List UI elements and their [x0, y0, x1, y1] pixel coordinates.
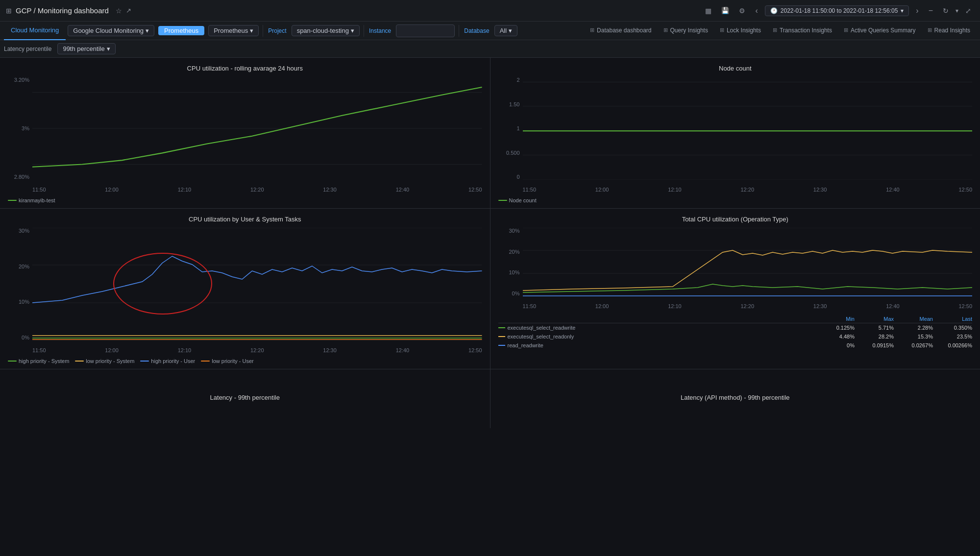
nav-query-insights[interactable]: ⊞ Query Insights [658, 22, 714, 40]
node-legend: Node count [498, 197, 973, 203]
instance-input[interactable] [396, 24, 455, 37]
chevron-down-icon: ▾ [146, 27, 149, 34]
project-label: Project [265, 27, 289, 34]
refresh-button[interactable]: ↻ [940, 5, 952, 17]
node-count-chart: 2 1.50 1 0.500 0 11:50 12:00 [498, 77, 973, 194]
nav-tab-google-cloud-monitoring[interactable]: Google Cloud Monitoring ▾ [68, 25, 154, 36]
latency-api-panel: Latency (API method) - 99th percentile [490, 369, 980, 428]
chevron-down-icon: ▾ [901, 7, 904, 14]
instance-label: Instance [366, 27, 394, 34]
readonly-legend-color [498, 336, 505, 337]
cpu-utilization-title: CPU utilization - rolling avarage 24 hou… [8, 65, 482, 72]
latency-percentile-label: Latency percentile [4, 46, 51, 52]
expand-button[interactable]: ⤢ [962, 5, 974, 17]
cpu-x-axis: 11:50 12:00 12:10 12:20 12:30 12:40 12:5… [32, 185, 482, 194]
nav-active-queries-summary[interactable]: ⊞ Active Queries Summary [838, 22, 922, 40]
cpu-us-legend-lp-sys: low priority - System [75, 358, 134, 364]
cpu-svg-area [32, 77, 482, 180]
chevron-down-icon: ▾ [509, 27, 512, 34]
refresh-dropdown-icon[interactable]: ▾ [956, 7, 958, 14]
arrow-left-button[interactable]: ‹ [752, 4, 760, 17]
read-insights-icon: ⊞ [928, 27, 932, 33]
total-cpu-chart: 30% 20% 10% 0% [498, 228, 973, 311]
save-button[interactable]: 💾 [718, 5, 732, 16]
nav-tab-cloud-monitoring[interactable]: Cloud Monitoring [4, 22, 66, 40]
legend-header: Min Max Mean Last [498, 315, 973, 323]
active-queries-icon: ⊞ [844, 27, 848, 33]
nav-read-insights[interactable]: ⊞ Read Insights [922, 22, 976, 40]
chevron-down-icon: ▾ [351, 27, 354, 34]
hp-sys-color [8, 361, 17, 362]
cpu-us-x-axis: 11:50 12:00 12:10 12:20 12:30 12:40 12:5… [32, 345, 482, 355]
cpu-us-legend: high priority - System low priority - Sy… [8, 358, 482, 364]
node-y-axis: 2 1.50 1 0.500 0 [498, 77, 523, 180]
zoom-out-button[interactable]: − [926, 4, 936, 17]
chevron-down-icon: ▾ [107, 45, 110, 52]
legend-row-read-readwrite: read_readwrite 0% 0.0915% 0.0267% 0.0026… [498, 341, 973, 350]
cpu-utilization-chart: 3.20% 3% 2.80% 11:50 12:00 12:10 12:20 [8, 77, 482, 194]
nav-database-dashboard[interactable]: ⊞ Database dashboard [584, 22, 657, 40]
lp-sys-color [75, 361, 84, 362]
nav-tab-prometheus2[interactable]: Prometheus ▾ [208, 25, 259, 36]
total-cpu-title: Total CPU utilization (Operation Type) [498, 216, 973, 223]
readwrite-legend-color [498, 327, 505, 328]
db-dashboard-icon: ⊞ [590, 27, 594, 33]
star-icon[interactable]: ☆ [116, 7, 122, 15]
legend-row-readwrite: executesql_select_readwrite 0.125% 5.71%… [498, 323, 973, 332]
latency-percentile-dropdown[interactable]: 99th percentile ▾ [57, 43, 115, 54]
node-legend-item: Node count [498, 197, 537, 203]
node-legend-color [498, 200, 507, 201]
cpu-user-system-title: CPU utilization by User & System Tasks [8, 216, 482, 223]
cpu-us-legend-lp-user: low priority - User [201, 358, 254, 364]
settings-button[interactable]: ⚙ [736, 5, 748, 17]
transaction-insights-icon: ⊞ [773, 27, 777, 33]
share-icon[interactable]: ↗ [126, 7, 131, 14]
nav-lock-insights[interactable]: ⊞ Lock Insights [714, 22, 767, 40]
lp-user-color [201, 361, 210, 362]
page-title: GCP / Monitoring dashboard [16, 6, 109, 15]
latency-panels: Latency - 99th percentile Latency (API m… [0, 369, 980, 428]
total-cpu-svg-area [523, 228, 973, 296]
cpu-legend-color [8, 200, 17, 201]
cpu-user-system-panel: CPU utilization by User & System Tasks 3… [0, 209, 490, 369]
node-svg-area [523, 77, 973, 180]
nav-tab-prometheus1[interactable]: Prometheus [158, 26, 204, 35]
latency-99th-panel: Latency - 99th percentile [0, 369, 490, 428]
cpu-legend-item-kiranmayib: kiranmayib-test [8, 197, 55, 203]
grid-icon: ⊞ [6, 7, 12, 15]
nav-bar: Cloud Monitoring Google Cloud Monitoring… [0, 22, 980, 40]
arrow-right-button[interactable]: › [913, 4, 921, 17]
clock-icon: 🕐 [770, 7, 778, 14]
cpu-us-legend-hp-user: high priority - User [140, 358, 195, 364]
nav-transaction-insights[interactable]: ⊞ Transaction Insights [767, 22, 838, 40]
top-bar: ⊞ GCP / Monitoring dashboard ☆ ↗ ▦ 💾 ⚙ ‹… [0, 0, 980, 22]
node-count-panel: Node count 2 1.50 1 0.500 0 [490, 58, 980, 208]
query-insights-icon: ⊞ [663, 27, 668, 33]
charts-area: CPU utilization - rolling avarage 24 hou… [0, 58, 980, 369]
cpu-us-y-axis: 30% 20% 10% 0% [8, 228, 32, 340]
latency-api-title: Latency (API method) - 99th percentile [681, 394, 790, 401]
lock-insights-icon: ⊞ [720, 27, 724, 33]
latency-99th-title: Latency - 99th percentile [210, 394, 280, 401]
total-cpu-legend-table: Min Max Mean Last executesql_select_read… [498, 315, 973, 350]
project-value-dropdown[interactable]: span-cloud-testing ▾ [292, 25, 360, 36]
cpu-user-system-chart: 30% 20% 10% 0% [8, 228, 482, 355]
cpu-us-legend-hp-sys: high priority - System [8, 358, 69, 364]
node-x-axis: 11:50 12:00 12:10 12:20 12:30 12:40 12:5… [523, 185, 973, 194]
sub-nav: Latency percentile 99th percentile ▾ [0, 40, 980, 58]
cpu-utilization-panel: CPU utilization - rolling avarage 24 hou… [0, 58, 490, 208]
read-readwrite-legend-color [498, 345, 505, 346]
database-label: Database [461, 27, 492, 34]
total-cpu-y-axis: 30% 20% 10% 0% [498, 228, 523, 296]
hp-user-color [140, 361, 149, 362]
time-range-display[interactable]: 🕐 2022-01-18 11:50:00 to 2022-01-18 12:5… [765, 5, 909, 16]
bar-chart-button[interactable]: ▦ [702, 5, 714, 17]
chevron-down-icon: ▾ [250, 27, 253, 34]
total-cpu-panel: Total CPU utilization (Operation Type) 3… [490, 209, 980, 369]
db-nav: ⊞ Database dashboard ⊞ Query Insights ⊞ … [584, 22, 976, 40]
time-range-text: 2022-01-18 11:50:00 to 2022-01-18 12:56:… [781, 7, 898, 14]
legend-row-readonly: executesql_select_readonly 4.48% 28.2% 1… [498, 332, 973, 341]
cpu-legend: kiranmayib-test [8, 197, 482, 203]
total-cpu-x-axis: 11:50 12:00 12:10 12:20 12:30 12:40 12:5… [523, 301, 973, 311]
database-value-dropdown[interactable]: All ▾ [494, 25, 517, 36]
